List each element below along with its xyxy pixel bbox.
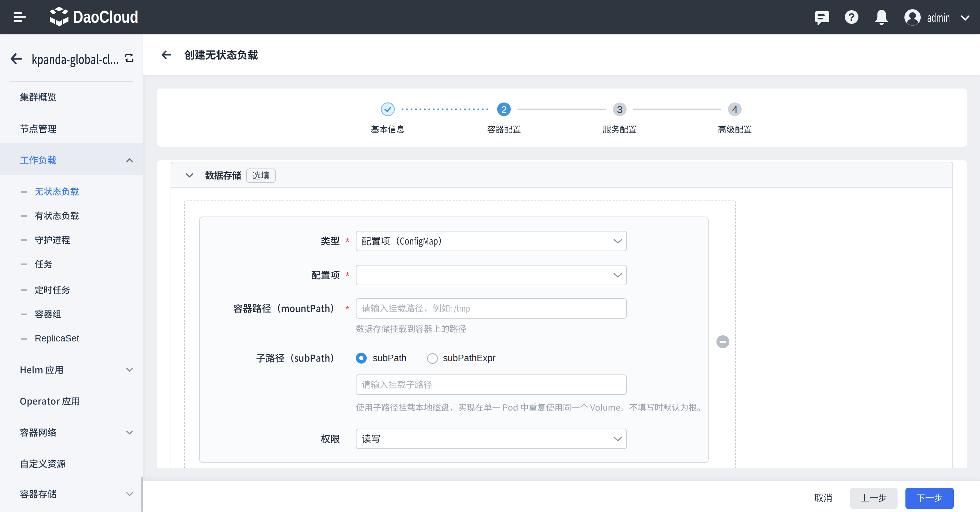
svg-text:2: 2 <box>501 104 507 115</box>
svg-text:?: ? <box>848 11 855 23</box>
svg-text:4: 4 <box>732 104 738 115</box>
svg-text:3: 3 <box>617 104 623 115</box>
